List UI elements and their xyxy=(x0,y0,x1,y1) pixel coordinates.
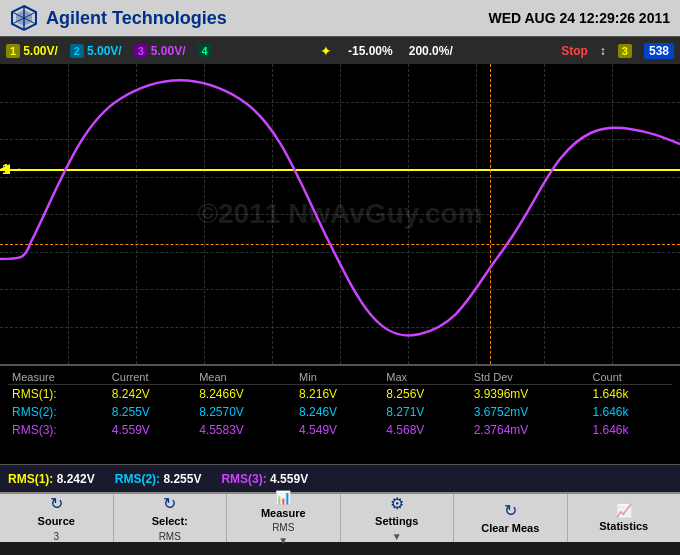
col-count: Count xyxy=(588,370,672,385)
status-rms3: RMS(3): 4.559V xyxy=(221,472,308,486)
ch1-number: 1 xyxy=(6,44,20,58)
rms2-current: 8.255V xyxy=(108,403,195,421)
rms2-count: 1.646k xyxy=(588,403,672,421)
rms3-min: 4.549V xyxy=(295,421,382,439)
select-label: Select: xyxy=(152,515,188,528)
status-rms1-label: RMS(1): xyxy=(8,472,53,486)
channel-4-item[interactable]: 4 xyxy=(197,44,211,58)
settings-button[interactable]: ⚙ Settings ▼ xyxy=(341,494,455,542)
channel-bar-right: Stop ↕ 3 538 xyxy=(561,43,674,59)
offset-value: -15.00% xyxy=(348,44,393,58)
trigger-arrow-icon: ↕ xyxy=(600,44,606,58)
table-row: RMS(1): 8.242V 8.2466V 8.216V 8.256V 3.9… xyxy=(8,385,672,404)
ch1-value: 5.00V/ xyxy=(23,44,58,58)
stop-label: Stop xyxy=(561,44,588,58)
measure-button[interactable]: 📊 Measure RMS ▼ xyxy=(227,494,341,542)
rms2-mean: 8.2570V xyxy=(195,403,295,421)
rms2-stddev: 3.6752mV xyxy=(470,403,589,421)
measurements-panel: Measure Current Mean Min Max Std Dev Cou… xyxy=(0,364,680,464)
source-sublabel: 3 xyxy=(53,531,59,542)
source-icon: ↻ xyxy=(50,494,63,513)
statistics-button[interactable]: 📈 Statistics xyxy=(568,494,681,542)
select-icon: ↻ xyxy=(163,494,176,513)
ch4-number: 4 xyxy=(197,44,211,58)
source-label: Source xyxy=(38,515,75,528)
status-rms1-value: 8.242V xyxy=(57,472,95,486)
ch-run-ch: 3 xyxy=(618,44,632,58)
measurements-table: Measure Current Mean Min Max Std Dev Cou… xyxy=(8,370,672,439)
rms3-mean: 4.5583V xyxy=(195,421,295,439)
measure-label: Measure xyxy=(261,507,306,520)
channel-2-item[interactable]: 2 5.00V/ xyxy=(70,44,122,58)
clear-meas-icon: ↻ xyxy=(504,501,517,520)
channel-3-item[interactable]: 3 5.00V/ xyxy=(134,44,186,58)
scope-screen: 1→ ©2011 NwAvGuy.com xyxy=(0,64,680,364)
measure-sublabel: RMS xyxy=(272,522,294,533)
rms3-count: 1.646k xyxy=(588,421,672,439)
clear-meas-button[interactable]: ↻ Clear Meas xyxy=(454,494,568,542)
channel-bar-center: ✦ -15.00% 200.0%/ xyxy=(224,43,550,59)
statistics-label: Statistics xyxy=(599,520,648,533)
settings-gear-icon: ⚙ xyxy=(390,494,404,513)
brand-logo: Agilent Technologies xyxy=(10,4,227,32)
rms3-max: 4.568V xyxy=(382,421,469,439)
waveform-display xyxy=(0,64,680,364)
channel-1-item[interactable]: 1 5.00V/ xyxy=(6,44,58,58)
settings-arrow-down-icon: ▼ xyxy=(392,531,402,542)
statistics-icon: 📈 xyxy=(616,503,632,518)
ch3-value: 5.00V/ xyxy=(151,44,186,58)
select-sublabel: RMS xyxy=(159,531,181,542)
channel-bar: 1 5.00V/ 2 5.00V/ 3 5.00V/ 4 ✦ -15.00% 2… xyxy=(0,36,680,64)
table-row: RMS(3): 4.559V 4.5583V 4.549V 4.568V 2.3… xyxy=(8,421,672,439)
rms1-max: 8.256V xyxy=(382,385,469,404)
status-rms1: RMS(1): 8.242V xyxy=(8,472,95,486)
status-rms3-value: 4.559V xyxy=(270,472,308,486)
run-number: 538 xyxy=(644,43,674,59)
rms1-min: 8.216V xyxy=(295,385,382,404)
rms3-stddev: 2.3764mV xyxy=(470,421,589,439)
bottom-button-bar: ↻ Source 3 ↻ Select: RMS 📊 Measure RMS ▼… xyxy=(0,492,680,542)
status-bar: RMS(1): 8.242V RMS(2): 8.255V RMS(3): 4.… xyxy=(0,464,680,492)
status-rms2-label: RMS(2): xyxy=(115,472,160,486)
rms1-label: RMS(1): xyxy=(8,385,108,404)
rms3-label: RMS(3): xyxy=(8,421,108,439)
rms2-max: 8.271V xyxy=(382,403,469,421)
brand-name: Agilent Technologies xyxy=(46,8,227,29)
rms2-label: RMS(2): xyxy=(8,403,108,421)
col-min: Min xyxy=(295,370,382,385)
svg-marker-5 xyxy=(0,164,10,174)
time-value: 200.0%/ xyxy=(409,44,453,58)
datetime-display: WED AUG 24 12:29:26 2011 xyxy=(488,10,670,26)
rms2-min: 8.246V xyxy=(295,403,382,421)
header: Agilent Technologies WED AUG 24 12:29:26… xyxy=(0,0,680,36)
rms1-stddev: 3.9396mV xyxy=(470,385,589,404)
status-rms2-value: 8.255V xyxy=(163,472,201,486)
col-current: Current xyxy=(108,370,195,385)
table-row: RMS(2): 8.255V 8.2570V 8.246V 8.271V 3.6… xyxy=(8,403,672,421)
status-rms2: RMS(2): 8.255V xyxy=(115,472,202,486)
rms1-current: 8.242V xyxy=(108,385,195,404)
col-measure: Measure xyxy=(8,370,108,385)
col-max: Max xyxy=(382,370,469,385)
col-stddev: Std Dev xyxy=(470,370,589,385)
settings-gear-icon: ✦ xyxy=(320,43,332,59)
settings-label: Settings xyxy=(375,515,418,528)
ch2-value: 5.00V/ xyxy=(87,44,122,58)
status-rms3-label: RMS(3): xyxy=(221,472,266,486)
measure-icon: 📊 xyxy=(275,490,291,505)
clear-meas-label: Clear Meas xyxy=(481,522,539,535)
rms3-current: 4.559V xyxy=(108,421,195,439)
ch2-number: 2 xyxy=(70,44,84,58)
col-mean: Mean xyxy=(195,370,295,385)
agilent-logo-icon xyxy=(10,4,38,32)
select-button[interactable]: ↻ Select: RMS xyxy=(114,494,228,542)
rms1-count: 1.646k xyxy=(588,385,672,404)
ch3-number: 3 xyxy=(134,44,148,58)
source-button[interactable]: ↻ Source 3 xyxy=(0,494,114,542)
rms1-mean: 8.2466V xyxy=(195,385,295,404)
measure-arrow-down-icon: ▼ xyxy=(278,535,288,546)
